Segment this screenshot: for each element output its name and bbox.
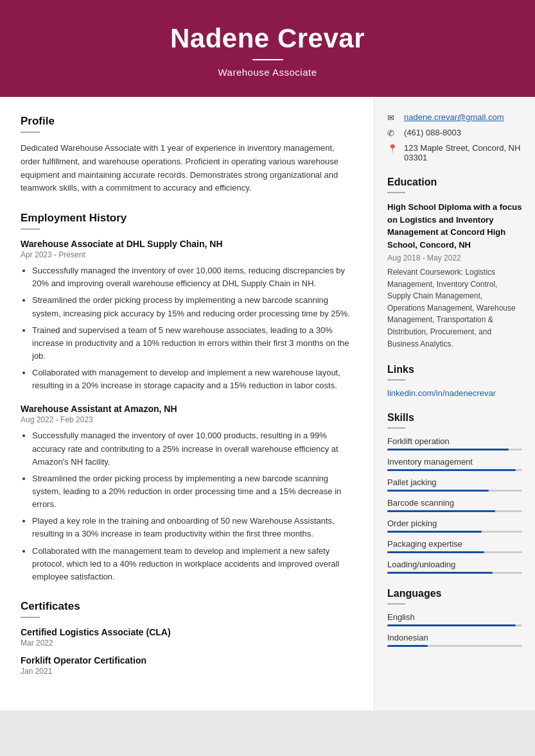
skill-forklift: Forklift operation bbox=[387, 436, 522, 451]
certificates-divider bbox=[21, 617, 40, 618]
job-1-bullet-4: Collaborated with management to develop … bbox=[32, 366, 356, 392]
contact-section: ✉ nadene.crevar@gmail.com ✆ (461) 088-80… bbox=[387, 112, 522, 162]
skill-order-bar-fill bbox=[387, 531, 482, 533]
skill-barcode: Barcode scanning bbox=[387, 498, 522, 512]
candidate-name: Nadene Crevar bbox=[26, 23, 509, 54]
job-2-title: Warehouse Assistant at Amazon, NH bbox=[21, 404, 356, 414]
phone-value: (461) 088-8003 bbox=[404, 128, 461, 137]
linkedin-link[interactable]: linkedin.com/in/nadenecrevar bbox=[387, 388, 522, 398]
cert-1-name: Certified Logistics Associate (CLA) bbox=[21, 627, 356, 637]
lang-english: English bbox=[387, 612, 522, 626]
education-divider bbox=[387, 192, 405, 193]
job-1-bullet-2: Streamlined the order picking process by… bbox=[32, 294, 356, 320]
skill-inventory: Inventory management bbox=[387, 457, 522, 471]
job-2-bullet-3: Played a key role in the training and on… bbox=[32, 515, 356, 540]
phone-icon: ✆ bbox=[387, 128, 399, 138]
job-1: Warehouse Associate at DHL Supply Chain,… bbox=[21, 239, 356, 392]
job-1-bullet-1: Successfully managed the inventory of ov… bbox=[32, 264, 356, 290]
employment-title: Employment History bbox=[21, 212, 356, 225]
contact-email-item: ✉ nadene.crevar@gmail.com bbox=[387, 112, 522, 123]
edu-coursework: Relevant Coursework: Logistics Managemen… bbox=[387, 266, 522, 350]
left-column: Profile Dedicated Warehouse Associate wi… bbox=[0, 97, 374, 710]
lang-english-bar-bg bbox=[387, 624, 522, 626]
skill-forklift-label: Forklift operation bbox=[387, 436, 522, 446]
skill-packaging-bar-bg bbox=[387, 551, 522, 553]
lang-indonesian-bar-fill bbox=[387, 645, 428, 647]
employment-section: Employment History Warehouse Associate a… bbox=[21, 212, 356, 583]
job-1-title: Warehouse Associate at DHL Supply Chain,… bbox=[21, 239, 356, 249]
address-value: 123 Maple Street, Concord, NH 03301 bbox=[404, 143, 522, 162]
header-divider bbox=[252, 59, 283, 60]
profile-divider bbox=[21, 132, 40, 133]
links-title: Links bbox=[387, 364, 522, 375]
skill-forklift-bar-bg bbox=[387, 449, 522, 451]
skill-pallet-bar-fill bbox=[387, 490, 489, 492]
contact-address-item: 📍 123 Maple Street, Concord, NH 03301 bbox=[387, 143, 522, 162]
skill-packaging: Packaging expertise bbox=[387, 539, 522, 553]
edu-dates: Aug 2018 - May 2022 bbox=[387, 253, 522, 262]
email-icon: ✉ bbox=[387, 113, 399, 123]
location-icon: 📍 bbox=[387, 144, 399, 153]
skill-order-bar-bg bbox=[387, 531, 522, 533]
job-2: Warehouse Assistant at Amazon, NH Aug 20… bbox=[21, 404, 356, 583]
lang-indonesian-bar-bg bbox=[387, 645, 522, 647]
skill-order: Order picking bbox=[387, 519, 522, 533]
cert-2-date: Jan 2021 bbox=[21, 667, 356, 676]
profile-text: Dedicated Warehouse Associate with 1 yea… bbox=[21, 142, 356, 195]
certificates-section: Certificates Certified Logistics Associa… bbox=[21, 600, 356, 676]
profile-title: Profile bbox=[21, 115, 356, 128]
job-2-bullets: Successfully managed the inventory of ov… bbox=[21, 429, 356, 583]
profile-section: Profile Dedicated Warehouse Associate wi… bbox=[21, 115, 356, 195]
skill-order-label: Order picking bbox=[387, 519, 522, 528]
skill-inventory-bar-bg bbox=[387, 469, 522, 471]
skill-barcode-bar-bg bbox=[387, 510, 522, 512]
email-value[interactable]: nadene.crevar@gmail.com bbox=[404, 112, 504, 122]
job-1-bullets: Successfully managed the inventory of ov… bbox=[21, 264, 356, 392]
skill-loading-label: Loading/unloading bbox=[387, 560, 522, 569]
languages-divider bbox=[387, 603, 405, 605]
header-section: Nadene Crevar Warehouse Associate bbox=[0, 0, 535, 97]
certificates-title: Certificates bbox=[21, 600, 356, 613]
education-section: Education High School Diploma with a foc… bbox=[387, 176, 522, 350]
job-1-dates: Apr 2023 - Present bbox=[21, 250, 356, 259]
skill-forklift-bar-fill bbox=[387, 449, 509, 451]
job-2-bullet-4: Collaborated with the management team to… bbox=[32, 545, 356, 583]
job-1-bullet-3: Trained and supervised a team of 5 new w… bbox=[32, 324, 356, 363]
skill-pallet-bar-bg bbox=[387, 490, 522, 492]
skills-divider bbox=[387, 427, 405, 429]
employment-divider bbox=[21, 228, 40, 230]
skill-barcode-bar-fill bbox=[387, 510, 495, 512]
resume-body: Profile Dedicated Warehouse Associate wi… bbox=[0, 97, 535, 710]
skill-packaging-label: Packaging expertise bbox=[387, 539, 522, 549]
cert-2-name: Forklift Operator Certification bbox=[21, 655, 356, 666]
lang-english-label: English bbox=[387, 612, 522, 622]
skill-inventory-bar-fill bbox=[387, 469, 516, 471]
languages-title: Languages bbox=[387, 588, 522, 599]
skill-pallet: Pallet jacking bbox=[387, 477, 522, 492]
cert-1-date: Mar 2022 bbox=[21, 639, 356, 648]
job-2-bullet-1: Successfully managed the inventory of ov… bbox=[32, 429, 356, 468]
contact-phone-item: ✆ (461) 088-8003 bbox=[387, 128, 522, 138]
lang-english-bar-fill bbox=[387, 624, 516, 626]
links-section: Links linkedin.com/in/nadenecrevar bbox=[387, 364, 522, 398]
education-title: Education bbox=[387, 176, 522, 188]
skill-inventory-label: Inventory management bbox=[387, 457, 522, 467]
lang-indonesian: Indonesian bbox=[387, 633, 522, 647]
job-2-bullet-2: Streamlined the order picking process by… bbox=[32, 472, 356, 511]
job-2-dates: Aug 2022 - Feb 2023 bbox=[21, 415, 356, 424]
skill-loading-bar-fill bbox=[387, 572, 493, 574]
resume-container: Nadene Crevar Warehouse Associate Profil… bbox=[0, 0, 535, 710]
skills-section: Skills Forklift operation Inventory mana… bbox=[387, 412, 522, 574]
candidate-title: Warehouse Associate bbox=[26, 67, 509, 78]
right-column: ✉ nadene.crevar@gmail.com ✆ (461) 088-80… bbox=[374, 97, 535, 710]
languages-section: Languages English Indonesian bbox=[387, 588, 522, 647]
skills-title: Skills bbox=[387, 412, 522, 424]
skill-loading: Loading/unloading bbox=[387, 560, 522, 574]
skill-loading-bar-bg bbox=[387, 572, 522, 574]
skill-barcode-label: Barcode scanning bbox=[387, 498, 522, 508]
skill-pallet-label: Pallet jacking bbox=[387, 477, 522, 487]
edu-degree: High School Diploma with a focus on Logi… bbox=[387, 201, 522, 251]
lang-indonesian-label: Indonesian bbox=[387, 633, 522, 642]
links-divider bbox=[387, 379, 405, 381]
skill-packaging-bar-fill bbox=[387, 551, 484, 553]
